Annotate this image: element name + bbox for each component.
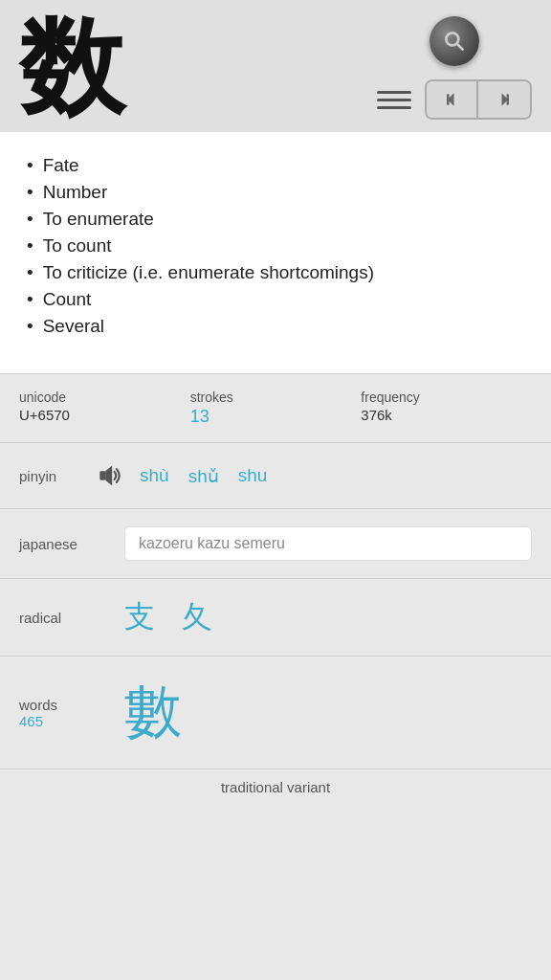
japanese-row: japanese kazoeru kazu semeru [0, 509, 551, 579]
menu-button[interactable] [377, 91, 411, 109]
speaker-button[interactable] [96, 460, 126, 491]
header: 数 [0, 0, 551, 132]
menu-line1 [377, 91, 411, 94]
pinyin-value: shu [238, 465, 268, 487]
menu-line3 [377, 106, 411, 109]
frequency-label: frequency [361, 390, 532, 405]
words-row: words 465 數 [0, 657, 551, 769]
japanese-label: japanese [19, 536, 124, 552]
svg-marker-7 [105, 466, 112, 486]
strokes-block: strokes 13 [190, 390, 362, 427]
chevron-right-icon [495, 90, 514, 109]
nav-next-button[interactable] [478, 81, 530, 118]
search-button[interactable] [430, 16, 479, 66]
svg-line-1 [457, 44, 463, 50]
words-label-block: words 465 [19, 697, 124, 729]
words-label: words [19, 697, 124, 713]
japanese-value: kazoeru kazu semeru [124, 526, 532, 561]
unicode-value: U+6570 [19, 407, 190, 423]
meaning-item: Count [27, 289, 524, 310]
menu-line2 [377, 99, 411, 101]
stats-row: unicode U+6570 strokes 13 frequency 376k [0, 374, 551, 443]
header-bottom-row [377, 79, 532, 120]
radical-label: radical [19, 610, 124, 626]
nav-prev-button[interactable] [427, 81, 478, 118]
radical-chars: 支 夂 [124, 596, 222, 638]
search-icon [442, 29, 467, 54]
pinyin-row: pinyin shùshǔshu [0, 443, 551, 509]
meaning-item: To count [27, 235, 524, 256]
pinyin-values: shùshǔshu [140, 465, 267, 487]
meaning-item: Several [27, 316, 524, 337]
words-count: 465 [19, 713, 124, 729]
strokes-value: 13 [190, 407, 362, 427]
nav-buttons [425, 79, 532, 120]
meaning-item: To criticize (i.e. enumerate shortcoming… [27, 262, 524, 283]
pinyin-value: shǔ [188, 465, 219, 487]
frequency-block: frequency 376k [361, 390, 532, 427]
words-traditional-char: 數 [124, 674, 182, 751]
unicode-label: unicode [19, 390, 190, 405]
speaker-icon [98, 462, 124, 489]
pinyin-label: pinyin [19, 468, 96, 484]
meanings-list: FateNumberTo enumerateTo countTo critici… [27, 155, 524, 337]
radical-row: radical 支 夂 [0, 579, 551, 657]
svg-rect-6 [99, 471, 105, 479]
chevron-left-icon [442, 90, 461, 109]
meaning-item: Fate [27, 155, 524, 176]
header-controls [377, 16, 532, 120]
traditional-variant-footer: traditional variant [0, 769, 551, 805]
strokes-label: strokes [190, 390, 362, 405]
svg-rect-5 [507, 94, 510, 105]
unicode-block: unicode U+6570 [19, 390, 190, 427]
meaning-item: To enumerate [27, 209, 524, 230]
traditional-variant-text: traditional variant [221, 779, 330, 795]
meanings-section: FateNumberTo enumerateTo countTo critici… [0, 132, 551, 374]
frequency-value: 376k [361, 407, 532, 423]
svg-rect-3 [447, 94, 450, 105]
meaning-item: Number [27, 182, 524, 203]
pinyin-value: shù [140, 465, 169, 487]
kanji-character: 数 [19, 15, 210, 121]
